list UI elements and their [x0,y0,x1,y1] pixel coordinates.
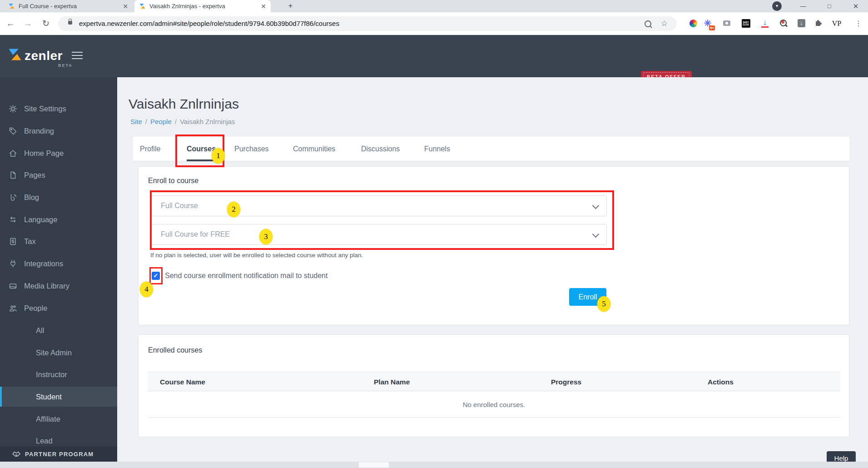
horizontal-scrollbar[interactable] [0,462,868,468]
extension-download-box-icon[interactable]: ↓ [796,18,807,29]
annotation-step-2: 2 [227,202,240,217]
tab-close-icon[interactable]: ✕ [123,3,128,10]
browser-tab-1[interactable]: Full Course - expertva ✕ [4,0,133,12]
zenler-favicon [8,3,15,10]
sidebar-item-label: Instructor [36,370,67,379]
browser-profile-circle-icon[interactable]: ▾ [772,1,782,11]
window-close-button[interactable]: ✕ [849,0,863,12]
sidebar-item-people-student[interactable]: Student [0,387,117,407]
breadcrumb-separator: / [145,118,147,125]
browser-tab-title: Full Course - expertva [19,3,119,10]
browser-toolbar: ← → ↻ expertva.newzenler.com/admin#site/… [0,12,868,35]
tab-communities[interactable]: Communities [293,137,335,161]
new-tab-button[interactable]: + [285,0,296,12]
reload-icon[interactable]: ↻ [40,12,52,35]
sidebar-item-label: Branding [24,127,54,135]
partner-program-link[interactable]: PARTNER PROGRAM [0,446,117,462]
tax-icon [9,237,17,246]
sidebar-item-label: Language [24,215,57,224]
address-bar[interactable]: expertva.newzenler.com/admin#site/people… [58,16,677,31]
horizontal-scrollbar-thumb[interactable] [359,462,389,468]
sidebar-item-people[interactable]: People [0,301,117,315]
browser-menu-kebab-icon[interactable]: ⋮ [853,18,864,29]
breadcrumb-separator: / [175,118,177,125]
forward-icon[interactable]: → [22,12,34,35]
sidebar-item-site-settings[interactable]: Site Settings [0,102,117,115]
tab-profile[interactable]: Profile [140,137,160,161]
breadcrumb-site-link[interactable]: Site [130,118,142,125]
sidebar-item-integrations[interactable]: Integrations [0,257,117,270]
browser-tab-strip: Full Course - expertva ✕ Vaisakh Znlrnin… [0,0,868,12]
column-course-name: Course Name [160,372,205,392]
brand-name[interactable]: zenler [25,49,63,63]
browser-profile-initials[interactable]: VP [831,18,842,29]
zenler-favicon [139,3,146,10]
sidebar-item-tax[interactable]: Tax [0,234,117,248]
screen: Full Course - expertva ✕ Vaisakh Znlrnin… [0,0,868,468]
people-icon [9,304,17,313]
gear-icon [9,105,17,113]
breadcrumb: Site/People/Vaisakh Znlrninjas [130,118,235,125]
enroll-heading: Enroll to course [148,177,198,185]
tab-close-icon[interactable]: ✕ [261,3,266,10]
sidebar-item-label: Affiliate [36,415,60,423]
sidebar-item-people-all[interactable]: All [0,324,117,337]
sidebar-item-pages[interactable]: Pages [0,168,117,182]
extension-shift-click-icon[interactable]: SHIFT CLICK [740,18,751,29]
sidebar-item-people-affiliate[interactable]: Affiliate [0,412,117,426]
tab-discussions[interactable]: Discussions [361,137,400,161]
window-minimize-button[interactable]: — [796,0,810,12]
lock-icon[interactable] [68,21,72,25]
home-icon [9,149,17,158]
sidebar-item-label: Site Admin [36,349,72,357]
table-header-row: Course Name Plan Name Progress Actions [148,372,840,391]
sidebar-item-language[interactable]: Language [0,213,117,226]
sidebar-item-label: Home Page [24,149,64,158]
sidebar-item-blog[interactable]: Blog [0,190,117,204]
tag-icon [9,127,17,135]
extensions-puzzle-icon[interactable] [813,18,824,29]
browser-tab-2[interactable]: Vaisakh Znlrninjas - expertva ✕ [134,0,271,12]
tab-funnels[interactable]: Funnels [424,137,450,161]
sidebar-item-label: All [36,326,44,335]
annotation-step-5: 5 [597,296,610,312]
partner-program-label: PARTNER PROGRAM [25,451,94,458]
sidebar-item-label: Media Library [24,282,69,290]
sidebar-item-label: Tax [24,237,36,246]
sidebar-item-label: Student [36,393,62,401]
zoom-indicator-icon[interactable] [645,20,651,27]
media-icon [9,282,17,290]
extension-magnifier-icon[interactable] [778,18,789,29]
column-actions: Actions [708,372,734,392]
sidebar-item-people-site-admin[interactable]: Site Admin [0,346,117,359]
back-icon[interactable]: ← [5,12,16,35]
url-text[interactable]: expertva.newzenler.com/admin#site/people… [79,16,339,31]
extension-starburst-icon[interactable]: ✳9+ [702,18,713,29]
person-tabs-bar: Profile Courses Purchases Communities Di… [133,137,849,161]
app-top-nav: zenler BETA Dashboard Courses Marketing … [0,35,868,77]
site-sidebar: Site Settings Branding Home Page Pages B… [0,77,117,462]
tab-purchases[interactable]: Purchases [234,137,269,161]
table-bottom-border [148,417,840,418]
hamburger-menu-icon[interactable] [72,52,83,61]
sidebar-item-media-library[interactable]: Media Library [0,279,117,293]
sidebar-item-home-page[interactable]: Home Page [0,146,117,160]
column-progress: Progress [551,372,581,392]
breadcrumb-people-link[interactable]: People [150,118,172,125]
bookmark-star-icon[interactable]: ☆ [661,19,668,28]
annotation-rect-selects [150,190,614,250]
annotation-step-3: 3 [259,229,273,244]
window-maximize-button[interactable]: □ [823,0,836,12]
translate-icon [9,215,17,224]
extension-camera-icon[interactable] [721,18,732,29]
sidebar-item-label: Blog [24,193,39,202]
plan-note: If no plan is selected, user will be enr… [150,252,363,259]
browser-tab-title: Vaisakh Znlrninjas - expertva [149,3,257,10]
empty-table-message: No enrolled courses. [148,401,840,408]
sidebar-item-branding[interactable]: Branding [0,124,117,138]
extension-color-wheel-icon[interactable] [688,18,699,29]
enroll-to-course-card: Enroll to course Full Course Full Course… [138,166,849,325]
sidebar-item-people-instructor[interactable]: Instructor [0,368,117,381]
sidebar-item-people-lead[interactable]: Lead [0,434,117,448]
extension-download-arrow-icon[interactable]: ↓ [759,18,770,29]
